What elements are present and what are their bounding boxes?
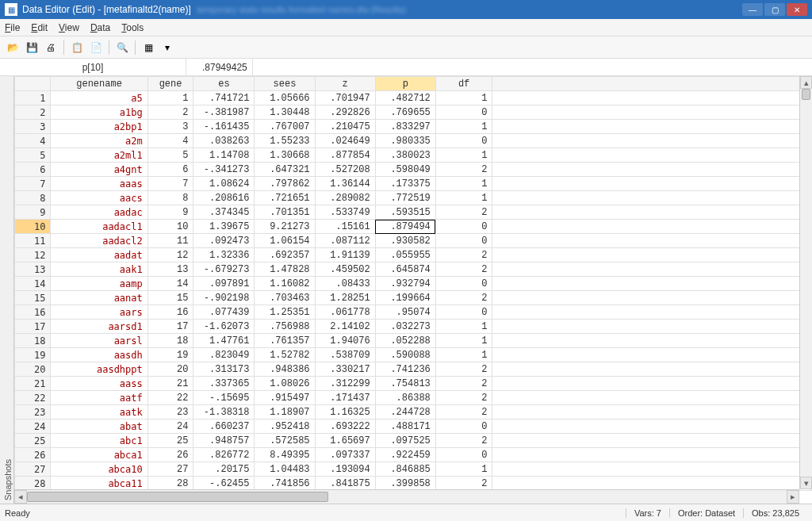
cell-p[interactable]: .399858	[375, 477, 435, 491]
cell-gene[interactable]: 21	[147, 377, 193, 391]
cell-es[interactable]: .826772	[193, 448, 255, 462]
cell-gene[interactable]: 27	[147, 462, 193, 477]
scroll-right-icon[interactable]: ▸	[787, 490, 799, 504]
cell-p[interactable]: .488171	[375, 419, 435, 434]
cell-gene[interactable]: 10	[147, 220, 193, 234]
cell-gene[interactable]: 20	[147, 362, 193, 377]
cell-genename[interactable]: a2ml1	[51, 148, 147, 163]
cell-p[interactable]: .846885	[375, 462, 435, 477]
vertical-scroll-thumb[interactable]	[802, 89, 810, 100]
cell-genename[interactable]: a4gnt	[51, 163, 147, 177]
cell-gene[interactable]: 1	[147, 91, 193, 105]
cell-p[interactable]: .173375	[375, 177, 435, 191]
cell-genename[interactable]: a2m	[51, 134, 147, 148]
cell-z[interactable]: 1.36144	[315, 177, 375, 191]
cell-sees[interactable]: .797862	[255, 177, 315, 191]
cell-genename[interactable]: aars	[51, 305, 147, 320]
table-row[interactable]: 27abca1027.201751.04483.193094.8468851	[15, 462, 812, 477]
cell-df[interactable]: 2	[435, 291, 492, 305]
cell-sees[interactable]: 9.21273	[255, 220, 315, 234]
cell-p[interactable]: .032273	[375, 320, 435, 334]
horizontal-scroll-thumb[interactable]	[27, 492, 328, 502]
row-number[interactable]: 6	[15, 163, 51, 177]
cell-sees[interactable]: .948386	[255, 362, 315, 377]
row-number[interactable]: 18	[15, 334, 51, 348]
cell-z[interactable]: .701947	[315, 91, 375, 105]
row-number[interactable]: 24	[15, 419, 51, 434]
cell-z[interactable]: .527208	[315, 163, 375, 177]
cell-gene[interactable]: 24	[147, 419, 193, 434]
cell-genename[interactable]: aadat	[51, 248, 147, 262]
cell-sees[interactable]: .767007	[255, 120, 315, 134]
dropdown-icon[interactable]: ▾	[159, 40, 175, 56]
cell-sees[interactable]: 1.55233	[255, 134, 315, 148]
table-row[interactable]: 6a4gnt6-.341273.647321.527208.5980492	[15, 163, 812, 177]
row-number[interactable]: 10	[15, 220, 51, 234]
cell-es[interactable]: 1.47761	[193, 334, 255, 348]
cell-sees[interactable]: .703463	[255, 291, 315, 305]
table-row[interactable]: 10aadacl1101.396759.21273.15161.8794940	[15, 220, 812, 234]
vertical-scrollbar[interactable]: ▴ ▾	[799, 76, 812, 489]
cell-genename[interactable]: abat	[51, 419, 147, 434]
cell-genename[interactable]: a2bp1	[51, 120, 147, 134]
cell-reference[interactable]: p[10]	[0, 59, 186, 75]
cell-z[interactable]: .877854	[315, 148, 375, 163]
table-row[interactable]: 23aatk23-1.383181.189071.16325.2447282	[15, 405, 812, 419]
col-header-df[interactable]: df	[435, 77, 492, 91]
table-row[interactable]: 14aamp14.0978911.16082.08433.9327940	[15, 277, 812, 291]
cell-sees[interactable]: 1.25351	[255, 305, 315, 320]
table-row[interactable]: 13aak113-.6792731.47828.459502.6458742	[15, 262, 812, 277]
cell-genename[interactable]: abca11	[51, 477, 147, 491]
cell-genename[interactable]: aacs	[51, 191, 147, 205]
cell-sees[interactable]: 1.52782	[255, 348, 315, 362]
cell-genename[interactable]: aarsl	[51, 334, 147, 348]
cell-p[interactable]: .482712	[375, 91, 435, 105]
cell-p[interactable]: .922459	[375, 448, 435, 462]
cell-gene[interactable]: 5	[147, 148, 193, 163]
cell-gene[interactable]: 7	[147, 177, 193, 191]
cell-z[interactable]: 1.28251	[315, 291, 375, 305]
cell-z[interactable]: .087112	[315, 234, 375, 248]
col-header-sees[interactable]: sees	[255, 77, 315, 91]
cell-gene[interactable]: 18	[147, 334, 193, 348]
cell-gene[interactable]: 9	[147, 205, 193, 220]
cell-p[interactable]: .930582	[375, 234, 435, 248]
table-row[interactable]: 2a1bg2-.3819871.30448.292826.7696550	[15, 105, 812, 120]
cell-genename[interactable]: aass	[51, 377, 147, 391]
col-header-z[interactable]: z	[315, 77, 375, 91]
table-row[interactable]: 21aass21.3373651.08026.312299.7548132	[15, 377, 812, 391]
row-number[interactable]: 11	[15, 234, 51, 248]
cell-z[interactable]: 1.65697	[315, 434, 375, 448]
horizontal-scrollbar[interactable]: ◂ ▸	[14, 489, 799, 504]
row-number[interactable]: 21	[15, 377, 51, 391]
row-number[interactable]: 20	[15, 362, 51, 377]
cell-sees[interactable]: .572585	[255, 434, 315, 448]
cell-p[interactable]: .097525	[375, 434, 435, 448]
cell-z[interactable]: .061778	[315, 305, 375, 320]
cell-df[interactable]: 2	[435, 248, 492, 262]
cell-gene[interactable]: 22	[147, 391, 193, 405]
cell-genename[interactable]: aasdh	[51, 348, 147, 362]
cell-z[interactable]: 1.91139	[315, 248, 375, 262]
cell-es[interactable]: -1.62073	[193, 320, 255, 334]
menu-tools[interactable]: Tools	[121, 22, 144, 33]
cell-df[interactable]: 2	[435, 434, 492, 448]
cell-z[interactable]: .312299	[315, 377, 375, 391]
cell-p[interactable]: .380023	[375, 148, 435, 163]
scroll-down-icon[interactable]: ▾	[800, 477, 812, 489]
table-row[interactable]: 18aarsl181.47761.7613571.94076.0522881	[15, 334, 812, 348]
row-number[interactable]: 9	[15, 205, 51, 220]
table-row[interactable]: 11aadacl211.0924731.06154.087112.9305820	[15, 234, 812, 248]
cell-genename[interactable]: aatk	[51, 405, 147, 419]
cell-sees[interactable]: .701351	[255, 205, 315, 220]
col-header-es[interactable]: es	[193, 77, 255, 91]
table-row[interactable]: 1a51.7417211.05666.701947.4827121	[15, 91, 812, 105]
row-number[interactable]: 12	[15, 248, 51, 262]
row-number[interactable]: 5	[15, 148, 51, 163]
col-header-gene[interactable]: gene	[147, 77, 193, 91]
cell-z[interactable]: 2.14102	[315, 320, 375, 334]
cell-sees[interactable]: 1.04483	[255, 462, 315, 477]
cell-df[interactable]: 1	[435, 148, 492, 163]
cell-df[interactable]: 0	[435, 448, 492, 462]
cell-sees[interactable]: .952418	[255, 419, 315, 434]
